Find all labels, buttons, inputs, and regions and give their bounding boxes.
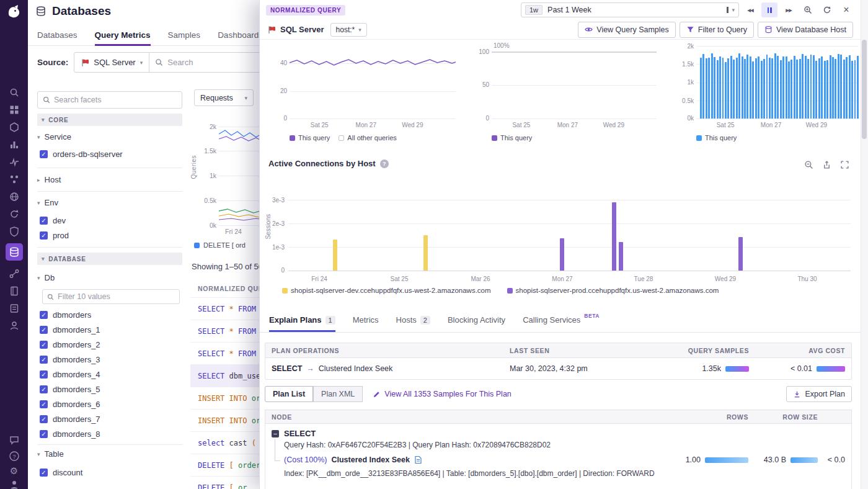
ci-cd-icon[interactable] (9, 209, 20, 220)
view-all-samples-link[interactable]: View All 1353 Samples For This Plan (373, 390, 512, 398)
user-icon[interactable] (9, 479, 20, 489)
facet-value-db[interactable]: dbmorders_4 (40, 369, 100, 380)
scrollbar[interactable] (861, 0, 868, 489)
facet-group-core-label: CORE (48, 117, 68, 123)
y-tick: 0 (273, 115, 287, 122)
facet-db-header[interactable]: ▾Db (37, 273, 55, 282)
host-map-icon[interactable] (9, 122, 20, 133)
logs-icon[interactable] (9, 303, 20, 314)
infrastructure-icon[interactable] (9, 104, 20, 115)
time-range-chip[interactable]: 1w (525, 5, 542, 15)
tab-hosts[interactable]: Hosts2 (396, 308, 430, 332)
network-icon[interactable] (9, 268, 20, 279)
checkbox-checked[interactable] (40, 400, 48, 408)
view-query-samples-button[interactable]: View Query Samples (578, 22, 676, 38)
checkbox-checked[interactable] (40, 311, 48, 319)
bar-series (288, 186, 851, 271)
plan-xml-button[interactable]: Plan XML (313, 386, 363, 402)
facet-value-db[interactable]: dbmorders_1 (40, 324, 100, 335)
zoom-reset-icon[interactable] (804, 160, 813, 169)
help-icon[interactable]: ? (380, 159, 389, 168)
facet-group-core[interactable]: ▾CORE (37, 114, 182, 126)
synthetics-icon[interactable] (9, 191, 20, 202)
plan-list-button[interactable]: Plan List (265, 386, 313, 402)
chart-legend: This query (696, 134, 737, 141)
facet-table-header[interactable]: ▾Table (37, 449, 64, 459)
databases-icon[interactable] (6, 243, 23, 261)
query-samples-cell: 1.35k (671, 364, 749, 373)
db-filter-input[interactable] (58, 292, 175, 301)
checkbox-checked[interactable] (40, 385, 48, 393)
facet-value-db[interactable]: dbmorders_2 (40, 339, 100, 350)
security-icon[interactable] (9, 226, 20, 237)
facet-value-db[interactable]: dbmorders_7 (40, 413, 100, 424)
tab-calling-services[interactable]: Calling ServicesBETA (523, 308, 600, 332)
facet-host-header[interactable]: ▸Host (37, 175, 61, 184)
facet-search-input[interactable] (54, 96, 177, 104)
checkbox-checked[interactable] (40, 150, 48, 158)
checkbox-checked[interactable] (40, 341, 48, 349)
time-range-picker[interactable]: 1w Past 1 Week ▾ (521, 2, 739, 17)
refresh-icon[interactable] (819, 2, 835, 17)
node-root-row[interactable]: – SELECT (272, 429, 845, 438)
chart-toolbar (804, 160, 849, 169)
integrations-icon[interactable] (9, 174, 20, 185)
settings-icon[interactable]: ⚙ (9, 465, 20, 477)
table-row[interactable]: SELECT→Clustered Index Seek Mar 30, 2023… (265, 358, 851, 379)
facet-env-header[interactable]: ▾Env (37, 198, 58, 207)
notebooks-icon[interactable] (9, 285, 20, 297)
search-icon[interactable] (9, 87, 20, 98)
skip-forward-button[interactable]: ▶▶ (781, 2, 797, 17)
facet-value-env-prod[interactable]: prod (40, 230, 69, 241)
datadog-logo-icon[interactable] (6, 4, 22, 20)
fullscreen-icon[interactable] (840, 160, 849, 169)
facet-search-field[interactable] (37, 91, 182, 109)
facet-service-header[interactable]: ▾Service (37, 132, 71, 141)
export-plan-button[interactable]: Export Plan (786, 386, 852, 402)
checkbox-checked[interactable] (40, 370, 48, 379)
scrollbar-thumb[interactable] (862, 40, 867, 139)
help-icon[interactable]: ? (9, 451, 20, 462)
facet-value-env-dev[interactable]: dev (40, 215, 66, 226)
close-icon[interactable]: × (838, 2, 854, 17)
collapse-icon[interactable]: – (272, 430, 279, 437)
plan-doc-icon[interactable] (414, 455, 422, 464)
tab-blocking-activity[interactable]: Blocking Activity (448, 308, 505, 332)
facet-value-db[interactable]: dbmorders_6 (40, 398, 100, 410)
tab-metrics[interactable]: Metrics (353, 308, 379, 332)
host-filter-select[interactable]: host:*▾ (330, 23, 367, 37)
filter-to-query-button[interactable]: Filter to Query (680, 22, 754, 38)
facet-value-db[interactable]: dbmorders (40, 309, 91, 320)
checkbox-checked[interactable] (40, 430, 48, 438)
time-pause-indicator[interactable]: ▾ (727, 7, 735, 13)
chat-icon[interactable] (9, 434, 20, 446)
view-database-host-button[interactable]: View Database Host (758, 22, 853, 38)
db-filter-field[interactable] (42, 289, 180, 304)
chevron-down-icon: ▾ (37, 275, 40, 281)
y-tick: 1k (680, 79, 694, 86)
checkbox-checked[interactable] (40, 415, 48, 423)
pause-button[interactable] (761, 2, 777, 17)
tab-explain-plans[interactable]: Explain Plans1 (269, 308, 335, 332)
skip-back-button[interactable]: ◀◀ (742, 2, 758, 17)
export-icon[interactable] (822, 160, 831, 169)
checkbox-checked[interactable] (40, 326, 48, 334)
facet-group-database[interactable]: ▾DATABASE (37, 253, 182, 265)
facet-value-db[interactable]: dbmorders_3 (40, 354, 100, 365)
checkbox-checked[interactable] (40, 231, 48, 240)
metric-selector[interactable]: Requests▾ (194, 89, 254, 106)
facet-value-db[interactable]: dbmorders_5 (40, 384, 100, 395)
zoom-icon[interactable] (800, 2, 816, 17)
facet-value-db[interactable]: dbmorders_8 (40, 428, 100, 439)
x-tick: Fri 24 (311, 276, 327, 282)
checkbox-checked[interactable] (40, 469, 48, 477)
metrics-icon[interactable] (9, 139, 20, 150)
facet-db-label: Db (45, 273, 55, 282)
node-operation-row[interactable]: (Cost 100%) Clustered Index Seek 1.00 43… (272, 455, 845, 464)
facet-value-table[interactable]: discount (40, 467, 82, 478)
checkbox-checked[interactable] (40, 217, 48, 225)
rum-icon[interactable] (9, 320, 20, 331)
apm-icon[interactable] (9, 156, 20, 168)
checkbox-checked[interactable] (40, 356, 48, 364)
facet-value-service[interactable]: orders-db-sqlserver (40, 148, 123, 159)
